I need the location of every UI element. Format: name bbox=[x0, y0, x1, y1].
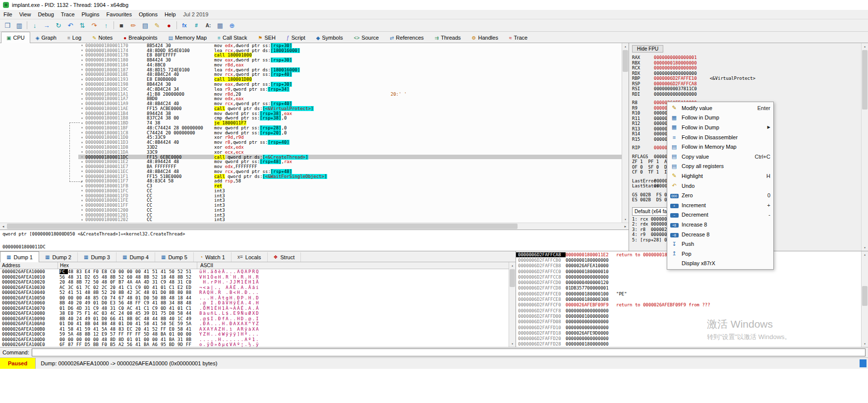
breakpoint-dot-icon[interactable] bbox=[78, 50, 85, 51]
menu-view[interactable]: View bbox=[16, 10, 35, 18]
breakpoint-dot-icon[interactable] bbox=[78, 205, 85, 206]
dump-byte[interactable]: 18 bbox=[161, 275, 169, 280]
disasm-row[interactable]: 00000001800011D045:33C9xor r9d,r9d bbox=[0, 135, 629, 140]
stack-row[interactable]: 0000006D2FAFFD200000000000000000 bbox=[516, 336, 868, 341]
dump-byte[interactable]: 41 bbox=[135, 342, 144, 347]
dump-byte[interactable]: 83 bbox=[76, 269, 85, 274]
menu-item-decrease-8[interactable]: −8Decrease 8 bbox=[667, 230, 773, 239]
hscroll-left-arrow-icon[interactable]: ◂ bbox=[0, 223, 6, 230]
breakpoint-dot-icon[interactable] bbox=[78, 117, 85, 119]
dump-byte[interactable]: 48 bbox=[85, 295, 93, 300]
disasm-row[interactable]: 0000000180001200CCint3 bbox=[0, 208, 629, 213]
dump-byte[interactable]: 00 bbox=[85, 337, 93, 342]
dump-byte[interactable]: C0 bbox=[102, 295, 110, 300]
dump-byte[interactable]: 4A bbox=[135, 280, 144, 285]
menu-item-increment[interactable]: +Increment+ bbox=[667, 200, 773, 210]
dump-byte[interactable]: 48 bbox=[127, 295, 135, 300]
dump-byte[interactable]: 60 bbox=[127, 275, 135, 280]
dump-byte[interactable]: 50 bbox=[152, 295, 161, 300]
dump-byte[interactable]: 8B bbox=[93, 290, 102, 295]
dump-byte[interactable]: 67 bbox=[118, 295, 127, 300]
dump-byte[interactable]: BA bbox=[169, 337, 177, 342]
dump-byte[interactable]: 5A bbox=[102, 327, 110, 332]
dump-byte[interactable]: 8D bbox=[110, 337, 118, 342]
stack-scrollbar[interactable]: ▴ ▾ bbox=[861, 251, 868, 347]
stack-row[interactable]: 0000006D2FAFFD000000000100000000 bbox=[516, 313, 868, 319]
dump-byte[interactable]: A2 bbox=[118, 342, 127, 347]
breakpoint-dot-icon[interactable] bbox=[78, 98, 85, 100]
dump-row[interactable]: 0000026AFEA100B041584159415A4883EC204152… bbox=[0, 327, 516, 332]
dump-byte[interactable]: FF bbox=[76, 342, 85, 347]
disasm-row[interactable]: 00000001800011C8C74424 20 00000000mov dw… bbox=[0, 130, 629, 135]
dump-byte[interactable]: 48 bbox=[135, 275, 144, 280]
dump-byte[interactable]: BD bbox=[169, 342, 177, 347]
dump-byte[interactable]: 5A bbox=[186, 321, 194, 326]
dump-row[interactable]: 0000026AFEA1007001D64D31C94831C0AC41C1C9… bbox=[0, 306, 516, 311]
dump-byte[interactable]: E8 bbox=[102, 269, 110, 274]
dump-byte[interactable]: FF bbox=[161, 327, 169, 332]
dump-byte[interactable]: 31 bbox=[177, 337, 186, 342]
dump-byte[interactable]: 00 bbox=[68, 337, 76, 342]
tab-notes[interactable]: ✎Notes bbox=[87, 32, 118, 43]
dump-byte[interactable]: C9 bbox=[93, 306, 102, 311]
dump-byte[interactable]: 01 bbox=[161, 285, 169, 290]
stack-row[interactable]: 0000006D2FAFFD080000000000000000 bbox=[516, 319, 868, 325]
dump-row[interactable]: 0000026AFEA100D00000000000488D8D01010000… bbox=[0, 337, 516, 343]
disasm-row[interactable]: 00000001800011F748:83C4 58add rsp,58 bbox=[0, 178, 629, 183]
edit-pencil-icon[interactable]: ✎ bbox=[152, 20, 163, 30]
dump-byte[interactable]: D0 bbox=[102, 300, 110, 305]
disasm-row[interactable]: 00000001800011B4894424 38mov dword ptr s… bbox=[0, 111, 629, 116]
dump-scroll-up-icon[interactable]: ▴ bbox=[509, 262, 516, 269]
dump-byte[interactable]: 0C bbox=[135, 316, 144, 321]
disasm-row[interactable]: 00000001800011A78BD0mov edx,eax bbox=[0, 96, 629, 101]
dump-byte[interactable]: 8B bbox=[59, 316, 68, 321]
dump-byte[interactable]: 48 bbox=[110, 321, 118, 326]
dump-byte[interactable]: 48 bbox=[68, 275, 76, 280]
dump-byte[interactable]: 8B bbox=[76, 280, 85, 285]
dump-byte[interactable]: 48 bbox=[169, 280, 177, 285]
dump-byte[interactable]: 8B bbox=[177, 275, 186, 280]
dump-row[interactable]: 0000026AFEA100C0595A488B12E957FFFFFF5D48… bbox=[0, 332, 516, 337]
dump-byte[interactable]: 00 bbox=[59, 295, 68, 300]
disasm-row[interactable]: 00000001800011A948:8B4C24 40mov rcx,qwor… bbox=[0, 101, 629, 106]
run-icon[interactable]: → bbox=[41, 20, 52, 30]
menu-trace[interactable]: Trace bbox=[58, 10, 78, 18]
disasm-row[interactable]: 000000018000118E48:8B4C24 40mov rcx,qwor… bbox=[0, 72, 629, 77]
globe-icon[interactable]: ⊕ bbox=[227, 20, 237, 30]
dump-byte[interactable]: E9 bbox=[102, 332, 110, 337]
open-window-icon[interactable]: ❒ bbox=[2, 20, 13, 30]
dump-byte[interactable]: 57 bbox=[110, 332, 118, 337]
menu-item-undo[interactable]: ↶Undo bbox=[667, 181, 773, 191]
tab-memory-map[interactable]: ▤Memory Map bbox=[163, 32, 212, 43]
dump-byte[interactable]: FC bbox=[59, 269, 68, 274]
menu-item-copy-all-registers[interactable]: ▤Copy all registers bbox=[667, 162, 773, 172]
dump-byte[interactable]: 00 bbox=[118, 269, 127, 274]
dump-byte[interactable]: AC bbox=[127, 306, 135, 311]
dump-byte[interactable]: 00 bbox=[152, 337, 161, 342]
disasm-row[interactable]: 000000018000117448:8D0D 854E0100lea rcx,… bbox=[0, 48, 629, 53]
breakpoint-dot-icon[interactable] bbox=[78, 74, 85, 75]
stop-icon[interactable]: ■ bbox=[116, 20, 127, 30]
dump-byte[interactable]: 4C bbox=[110, 311, 118, 316]
dump-byte[interactable]: D6 bbox=[68, 306, 76, 311]
register-row-rsi[interactable]: RSI00000000037811C0 bbox=[632, 86, 868, 92]
disasm-row[interactable]: 00000001800011FBC3ret bbox=[0, 183, 629, 188]
disasm-row[interactable]: 00000001800011808B4424 30mov eax,dword p… bbox=[0, 58, 629, 62]
dump-byte[interactable]: 52 bbox=[118, 275, 127, 280]
dump-byte[interactable]: 95 bbox=[161, 342, 169, 347]
dump-byte[interactable]: 52 bbox=[102, 290, 110, 295]
menu-options[interactable]: Options bbox=[135, 10, 161, 18]
breakpoint-dot-icon[interactable] bbox=[78, 93, 85, 95]
dump-byte[interactable]: 8B bbox=[186, 337, 194, 342]
register-row-rsp[interactable]: RSP0000006D2FAFFCA8 bbox=[632, 81, 868, 87]
registers-scroll-thumb[interactable] bbox=[862, 50, 868, 110]
dump-byte[interactable]: 01 bbox=[135, 337, 144, 342]
dump-byte[interactable]: 65 bbox=[93, 275, 102, 280]
dump-byte[interactable]: 58 bbox=[68, 327, 76, 332]
breakpoint-dot-icon[interactable] bbox=[78, 45, 85, 46]
breakpoint-dot-icon[interactable] bbox=[78, 64, 85, 65]
tab-script[interactable]: ƒScript bbox=[281, 32, 311, 43]
dump-byte[interactable]: 48 bbox=[186, 300, 194, 305]
disasm-row[interactable]: 000000018000118444:8BC0mov r8d,eax bbox=[0, 62, 629, 67]
dump-byte[interactable]: FF bbox=[135, 332, 144, 337]
